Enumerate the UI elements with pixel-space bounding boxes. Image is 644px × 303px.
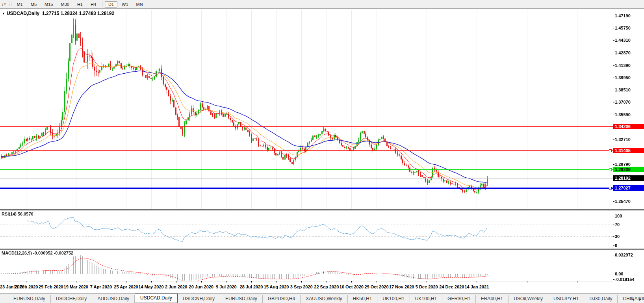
hline-price-label[interactable]: 1.31405 — [613, 148, 644, 153]
hline-price-label[interactable]: 1.34206 — [613, 124, 644, 129]
chart-tab-usdcad-daily[interactable]: USDCAD,Daily — [135, 293, 178, 303]
timeframe-button-h4[interactable]: H4 — [87, 1, 100, 7]
price-tick-label: 1.38510 — [615, 87, 643, 92]
macd-tick-label: 0.032972 — [615, 253, 643, 257]
hline-price-label[interactable]: 1.27027 — [613, 185, 644, 191]
chart-tab-fra40-h1[interactable]: FRA40,H1 — [476, 295, 509, 303]
price-tick-label: 1.37070 — [615, 100, 643, 104]
hline-handle[interactable] — [609, 168, 612, 171]
toolbar-grip[interactable] — [9, 2, 11, 7]
chart-tab-hk50-h1[interactable]: HK50,H1 — [348, 295, 378, 303]
macd-tick-label: -0.018154 — [615, 277, 643, 282]
price-tick-label: 1.35590 — [615, 112, 643, 117]
timeframe-button-m1[interactable]: M1 — [13, 1, 26, 7]
tab-scrollers: ◄ ► — [629, 297, 644, 302]
current-price-label: 1.28192 — [613, 175, 644, 181]
timeframe-button-d1[interactable]: D1 — [105, 1, 117, 7]
chart-tab-eurusd-daily[interactable]: EURUSD,Daily — [220, 295, 263, 303]
price-tick-label: 1.25470 — [615, 199, 643, 204]
chart-symbol: USDCAD,Daily — [7, 11, 39, 16]
price-tick-label: 1.44310 — [615, 38, 643, 43]
macd-indicator-label: MACD(12,26,9) -0.000952 -0.002752 — [2, 251, 73, 255]
hline-price-label[interactable]: 1.29208 — [613, 167, 644, 172]
rsi-tick-label: 70 — [615, 222, 643, 227]
chart-tab-gbpusd-h4[interactable]: GBPUSD,H4 — [263, 295, 301, 303]
price-tick-label: 1.29790 — [615, 162, 643, 167]
chart-ohlc-values: 1.27715 1.28324 1.27483 1.28192 — [42, 11, 115, 16]
chart-tab-uk100-h1[interactable]: UK100,H1 — [377, 295, 410, 303]
hline-handle[interactable] — [609, 149, 612, 152]
chart-tab-usdchf-daily[interactable]: USDCHF,Daily — [51, 295, 93, 303]
timeframe-button-h1[interactable]: H1 — [74, 1, 86, 7]
price-tick-label: 1.32710 — [615, 137, 643, 142]
chart-tab-ger30-h1[interactable]: GER30,H1 — [442, 295, 476, 303]
tab-scroll-left-icon[interactable]: ◄ — [629, 297, 636, 302]
chevron-down-icon: ▾ — [4, 2, 6, 6]
timeframe-button-mn[interactable]: MN — [133, 1, 147, 7]
chart-title: ▼USDCAD,Daily 1.27715 1.28324 1.27483 1.… — [2, 11, 114, 16]
date-axis[interactable] — [0, 281, 613, 292]
price-tick-label: 1.47190 — [615, 13, 643, 18]
price-tick-label: 1.42870 — [615, 50, 643, 55]
pointer-tool-icon[interactable]: ↕ ▾ — [0, 1, 7, 8]
chart-tab-dj30-daily[interactable]: DJ30,Daily — [584, 295, 618, 303]
timeframe-buttons: M1M5M15M30H1H4D1W1MN — [13, 1, 147, 7]
price-tick-label: 1.41390 — [615, 63, 643, 68]
mt4-terminal: ↕ ▾ M1M5M15M30H1H4D1W1MN ▼USDCAD,Daily 1… — [0, 0, 644, 303]
timeframe-button-m15[interactable]: M15 — [41, 1, 56, 7]
macd-tick-label: 0.00 — [615, 271, 643, 276]
chart-tab-uk100-h1[interactable]: UK100,H1 — [410, 295, 442, 303]
rsi-tick-label: 30 — [615, 234, 643, 239]
price-tick-label: 1.39950 — [615, 75, 643, 80]
toolbar-separator — [102, 1, 102, 7]
pointer-glyph: ↕ — [2, 2, 4, 7]
chart-tab-bar: EURUSD,DailyUSDCHF,DailyAUDUSD,DailyUSDC… — [0, 293, 644, 303]
price-chart-canvas[interactable] — [0, 9, 644, 283]
rsi-indicator-label: RSI(14) 56.0570 — [2, 212, 33, 216]
chart-tab-eurusd-daily[interactable]: EURUSD,Daily — [8, 295, 51, 303]
timeframe-button-m5[interactable]: M5 — [27, 1, 40, 7]
price-tick-label: 1.45750 — [615, 26, 643, 30]
rsi-tick-label: 0 — [615, 243, 643, 248]
hline-handle[interactable] — [609, 187, 612, 190]
chart-tab-audusd-daily[interactable]: AUDUSD,Daily — [92, 295, 135, 303]
chart-tab-usdjpy-h1[interactable]: USDJPY,H1 — [548, 295, 584, 303]
timeframe-button-w1[interactable]: W1 — [118, 1, 132, 7]
chart-dropdown-icon[interactable]: ▼ — [2, 12, 5, 15]
tab-scroll-right-icon[interactable]: ► — [637, 297, 644, 302]
rsi-tick-label: 100 — [615, 214, 643, 218]
timeframe-button-m30[interactable]: M30 — [57, 1, 72, 7]
chart-tab-xauusd-weekly[interactable]: XAUUSD,Weekly — [301, 295, 347, 303]
chart-tab-usoil-weekly[interactable]: USOil,Weekly — [509, 295, 548, 303]
timeframe-toolbar: ↕ ▾ M1M5M15M30H1H4D1W1MN — [0, 0, 644, 9]
chart-tab-usdcnh-daily[interactable]: USDCNH,Daily — [178, 295, 220, 303]
